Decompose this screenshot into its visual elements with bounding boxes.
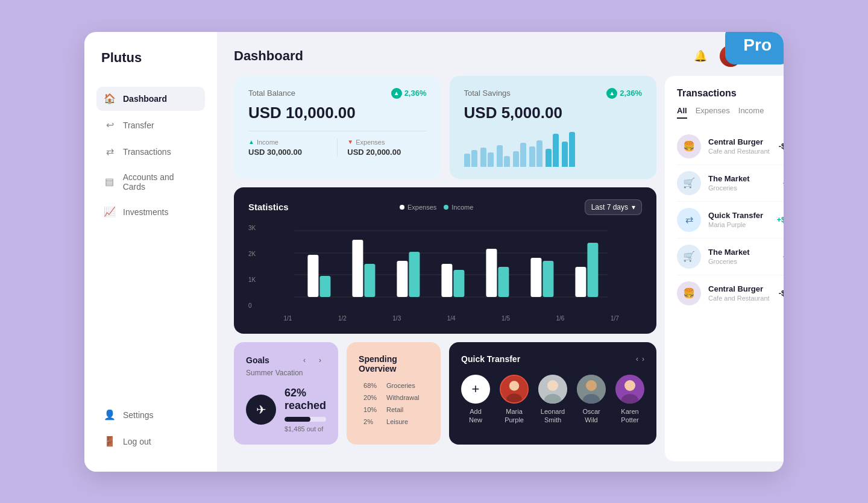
settings-icon: 👤 [104,409,116,421]
chart-bar [529,146,535,167]
expenses-value: USD 20,000.00 [347,148,426,157]
logout-icon: 🚪 [104,436,116,448]
chart-bar [504,156,510,167]
trans-sub: Cafe and Restaurant [708,148,772,155]
y-label: 0 [248,302,256,309]
goals-prev-icon[interactable]: ‹ [298,354,310,366]
qt-prev-icon[interactable]: ‹ [636,355,638,363]
spending-pct: 10% [363,406,382,413]
spending-label: Retail [386,406,429,413]
transactions-title: Transactions [677,88,737,99]
trans-icon-transfer: ⇄ [677,208,701,232]
sidebar-item-settings[interactable]: 👤 Settings [96,403,205,427]
sidebar-nav: 🏠 Dashboard ↩ Transfer ⇄ Transactions ▤ … [96,87,205,403]
trans-info: The Market Groceries [708,248,776,265]
content-wrapper: Total Balance ▲ 2,36% USD 10,000.00 [234,76,767,461]
goals-subtitle: Summer Vacation [246,369,326,377]
sidebar-item-dashboard[interactable]: 🏠 Dashboard [96,87,205,111]
goals-amount: $1,485 out of [285,425,326,433]
spending-label: Withdrawal [386,394,429,401]
filter-tab-income[interactable]: Income [738,106,764,119]
sidebar-item-label: Dashboard [123,94,167,104]
sidebar-item-transactions[interactable]: ⇄ Transactions [96,140,205,164]
filter-tab-expenses[interactable]: Expenses [696,106,730,119]
qt-person-karen[interactable]: KarenPotter [615,375,644,425]
chart-bar [546,149,552,167]
savings-label: Total Savings [464,89,511,98]
svg-rect-7 [365,264,376,297]
quick-transfer-card: Quick Transfer ‹ › + AddNew [449,342,656,445]
sidebar-item-investments[interactable]: 📈 Investments [96,200,205,224]
trans-icon-market: 🛒 [677,245,701,269]
sidebar-item-accounts[interactable]: ▤ Accounts and Cards [96,166,205,198]
chart-bar [520,143,526,167]
income-dot [444,205,448,210]
y-label: 3K [248,225,256,231]
transactions-panel: Transactions View all All Expenses Incom… [665,76,784,461]
svg-rect-13 [498,267,509,297]
qt-person-name: AddNew [469,407,482,425]
svg-point-22 [547,380,558,391]
svg-rect-11 [454,270,465,297]
svg-rect-17 [588,243,599,297]
trans-sub: Cafe and Restaurant [708,295,772,302]
chart-x-labels: 1/1 1/2 1/3 1/4 1/5 1/6 1/7 [260,311,642,322]
main-content: Dashboard 🔔 Nico Tot [217,32,784,472]
add-new-avatar: + [461,375,490,404]
spending-label: Groceries [386,382,429,389]
arrow-up-icon: ▲ [391,88,402,99]
spending-card: Spending Overview 68% Groceries [347,342,441,445]
spending-title: Spending Overview [359,354,429,373]
trans-name: Central Burger [708,137,772,146]
qt-person-maria[interactable]: MariaPurple [500,375,529,425]
sidebar-item-transfer[interactable]: ↩ Transfer [96,113,205,137]
spending-item-withdrawal: 20% Withdrawal [359,394,429,401]
period-selector[interactable]: Last 7 days ▾ [585,199,642,215]
transaction-item: 🛒 The Market Groceries -$92.50 [677,165,784,202]
trans-amount: -$189.36 [779,142,784,151]
karen-avatar [615,375,644,404]
qt-person-add[interactable]: + AddNew [461,375,490,425]
trans-amount: -$36.20 [783,252,784,261]
balance-label: Total Balance [248,89,295,98]
total-balance-card: Total Balance ▲ 2,36% USD 10,000.00 [234,76,441,179]
spending-label: Leisure [386,418,429,425]
goals-title: Goals [246,355,269,365]
transaction-item: 🍔 Central Burger Cafe and Restaurant -$1… [677,275,784,311]
goals-card: Goals ‹ › Summer Vacation ✈ 62% rea [234,342,338,445]
svg-rect-5 [320,276,331,297]
x-label-2: 1/2 [315,315,370,322]
transaction-item: 🍔 Central Burger Cafe and Restaurant -$1… [677,128,784,165]
expenses-stat: ▼ Expenses USD 20,000.00 [338,139,426,157]
sidebar-item-label: Settings [123,410,154,420]
y-label: 1K [248,276,256,283]
sidebar-item-logout[interactable]: 🚪 Log out [96,430,205,454]
svg-point-25 [586,380,597,391]
filter-tab-all[interactable]: All [677,106,687,119]
x-label-6: 1/6 [533,315,587,322]
svg-point-19 [509,381,520,391]
chart-bar [497,145,503,167]
stats-title: Statistics [248,202,289,212]
chart-bar [569,132,575,167]
qt-person-name: KarenPotter [621,407,638,425]
transactions-icon: ⇄ [104,146,116,158]
qt-person-oscar[interactable]: OscarWild [577,375,606,425]
trans-amount-positive: +$350.00 [776,215,784,224]
notification-bell-icon[interactable]: 🔔 [690,45,711,67]
investments-icon: 📈 [104,206,116,218]
left-column: Total Balance ▲ 2,36% USD 10,000.00 [234,76,656,445]
svg-rect-14 [531,258,542,297]
goals-next-icon[interactable]: › [314,354,326,366]
legend-expenses: Expenses [400,204,436,211]
app-logo: Plutus [96,50,205,66]
svg-rect-12 [486,249,497,297]
transfer-icon: ↩ [104,119,116,131]
qt-next-icon[interactable]: › [642,355,644,363]
transaction-item: ⇄ Quick Transfer Maria Purple +$350.00 [677,202,784,239]
statistics-card: Statistics Expenses Income [234,187,656,334]
trans-sub: Groceries [708,184,776,192]
legend-income: Income [444,204,473,211]
stats-legend: Expenses Income [400,204,473,211]
qt-person-leonard[interactable]: LeonardSmith [538,375,567,425]
